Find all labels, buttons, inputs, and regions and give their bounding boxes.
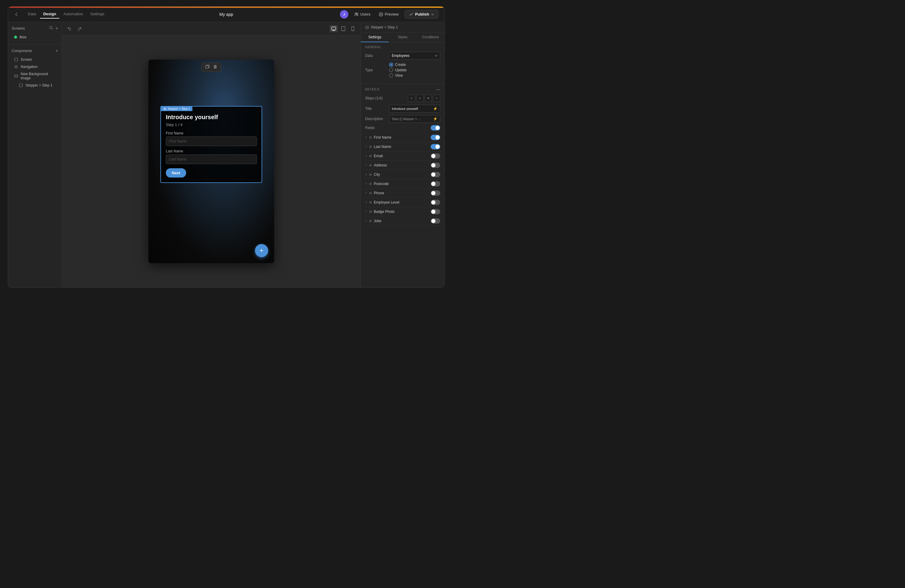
description-label: Description bbox=[365, 117, 389, 121]
canvas-action-toolbar bbox=[202, 63, 221, 72]
undo-button[interactable] bbox=[65, 25, 73, 32]
panel-breadcrumb: Stepper > Step 1 bbox=[361, 22, 445, 33]
type-view-radio[interactable] bbox=[389, 73, 393, 78]
field-toggle-badge-photo[interactable] bbox=[431, 209, 440, 215]
type-update-option[interactable]: Update bbox=[389, 68, 440, 72]
screens-search-icon[interactable] bbox=[49, 26, 53, 31]
tab-data[interactable]: Data bbox=[25, 10, 39, 19]
tab-panel-styles[interactable]: Styles bbox=[389, 33, 417, 42]
tab-settings[interactable]: Settings bbox=[87, 10, 108, 19]
users-button[interactable]: Users bbox=[352, 11, 373, 17]
field-toggle-employee-level[interactable] bbox=[431, 200, 440, 205]
field-drag-jobs[interactable]: ⠿ bbox=[365, 219, 367, 223]
back-button[interactable] bbox=[14, 12, 19, 17]
fab-plus-icon: + bbox=[260, 247, 264, 254]
type-create-radio[interactable] bbox=[389, 63, 393, 67]
field-drag-lastname[interactable]: ⠿ bbox=[365, 145, 367, 148]
comp-navigation-label: Navigation bbox=[21, 65, 38, 69]
screens-title: Screens bbox=[12, 26, 25, 30]
field-drag-badge-photo[interactable]: ⠿ bbox=[365, 210, 367, 213]
fab-add-button[interactable]: + bbox=[255, 244, 268, 257]
components-add-icon[interactable]: + bbox=[56, 48, 58, 54]
field-gear-address[interactable]: ⚙ bbox=[369, 164, 372, 167]
step-prev-btn[interactable] bbox=[408, 95, 415, 102]
step-next-btn[interactable] bbox=[416, 95, 424, 102]
screens-header: Screens + bbox=[12, 26, 58, 31]
svg-rect-15 bbox=[206, 65, 208, 68]
next-button[interactable]: Next bbox=[166, 168, 186, 178]
type-view-option[interactable]: View bbox=[389, 73, 440, 78]
type-create-option[interactable]: Create bbox=[389, 63, 440, 67]
field-drag-city[interactable]: ⠿ bbox=[365, 173, 367, 176]
field-gear-postcode[interactable]: ⚙ bbox=[369, 182, 372, 186]
title-flash-icon[interactable]: ⚡ bbox=[433, 106, 438, 111]
delete-canvas-icon[interactable] bbox=[212, 64, 219, 70]
tab-automation[interactable]: Automation bbox=[60, 10, 86, 19]
stepper-comp-icon bbox=[19, 83, 23, 87]
data-dropdown-chevron bbox=[435, 54, 438, 57]
steps-row: Steps (1/4) bbox=[365, 95, 440, 102]
redo-button[interactable] bbox=[76, 25, 84, 32]
mobile-view-btn[interactable] bbox=[349, 25, 357, 32]
type-update-radio[interactable] bbox=[389, 68, 393, 72]
step-reorder-btn[interactable] bbox=[433, 95, 440, 102]
field-gear-employee-level[interactable]: ⚙ bbox=[369, 200, 372, 205]
screen-item-boo[interactable]: /boo bbox=[12, 33, 58, 41]
first-name-input[interactable]: First Name bbox=[166, 137, 257, 146]
comp-navigation[interactable]: Navigation bbox=[12, 63, 58, 70]
tablet-view-btn[interactable] bbox=[339, 25, 348, 32]
details-collapse-btn[interactable]: — bbox=[436, 87, 440, 92]
preview-button[interactable]: Preview bbox=[376, 11, 401, 17]
field-gear-firstname[interactable]: ⚙ bbox=[369, 136, 372, 140]
field-drag-address[interactable]: ⠿ bbox=[365, 164, 367, 167]
field-gear-jobs[interactable]: ⚙ bbox=[369, 219, 372, 223]
field-gear-lastname[interactable]: ⚙ bbox=[369, 145, 372, 149]
tab-panel-settings[interactable]: Settings bbox=[361, 33, 389, 42]
stepper-component[interactable]: Stepper > Step 1 Introduce yourself Step… bbox=[160, 106, 262, 183]
panel-tabs: Settings Styles Conditions bbox=[361, 33, 445, 43]
title-input[interactable]: Introduce yourself ⚡ bbox=[389, 105, 440, 113]
fields-toggle[interactable] bbox=[431, 125, 440, 130]
field-toggle-lastname[interactable] bbox=[431, 144, 440, 149]
field-drag-phone[interactable]: ⠿ bbox=[365, 192, 367, 195]
field-toggle-firstname[interactable] bbox=[431, 135, 440, 140]
screens-add-icon[interactable]: + bbox=[56, 26, 58, 31]
field-toggle-phone[interactable] bbox=[431, 191, 440, 196]
comp-bg-image[interactable]: New Background Image bbox=[12, 70, 58, 82]
field-drag-firstname[interactable]: ⠿ bbox=[365, 136, 367, 139]
field-drag-employee-level[interactable]: ⠿ bbox=[365, 201, 367, 204]
last-name-input[interactable]: Last Name bbox=[166, 154, 257, 164]
step-delete-btn[interactable] bbox=[425, 95, 432, 102]
field-toggle-address[interactable] bbox=[431, 162, 440, 168]
field-drag-postcode[interactable]: ⠿ bbox=[365, 182, 367, 186]
svg-point-7 bbox=[16, 67, 17, 67]
field-toggle-postcode[interactable] bbox=[431, 181, 440, 186]
data-dropdown[interactable]: Employees bbox=[389, 52, 440, 60]
comp-screen[interactable]: Screen bbox=[12, 56, 58, 63]
field-gear-badge-photo[interactable]: ⚙ bbox=[369, 210, 372, 214]
publish-chevron-icon bbox=[431, 13, 434, 16]
comp-stepper[interactable]: Stepper > Step 1 bbox=[12, 82, 58, 89]
duplicate-canvas-icon[interactable] bbox=[204, 64, 211, 70]
comp-bg-image-label: New Background Image bbox=[21, 72, 56, 80]
field-toggle-email[interactable] bbox=[431, 153, 440, 159]
publish-button[interactable]: Publish bbox=[405, 10, 438, 19]
steps-label: Steps (1/4) bbox=[365, 96, 383, 100]
user-avatar[interactable]: J bbox=[340, 10, 348, 19]
desktop-view-btn[interactable] bbox=[330, 25, 338, 32]
header: Data Design Automation Settings My app J… bbox=[8, 6, 445, 22]
general-section-title: GENERAL bbox=[365, 46, 440, 49]
description-input[interactable]: Step {{ Stepper > ... ⚡ bbox=[389, 115, 440, 123]
field-gear-city[interactable]: ⚙ bbox=[369, 173, 372, 176]
tab-design[interactable]: Design bbox=[40, 10, 59, 19]
description-flash-icon[interactable]: ⚡ bbox=[433, 117, 438, 121]
field-gear-phone[interactable]: ⚙ bbox=[369, 191, 372, 195]
fields-list: ⠿ ⚙ First Name ⠿ ⚙ Last Name ⠿ ⚙ bbox=[365, 133, 440, 226]
svg-point-14 bbox=[352, 30, 353, 30]
publish-icon bbox=[409, 12, 413, 16]
field-toggle-jobs[interactable] bbox=[431, 218, 440, 224]
tab-panel-conditions[interactable]: Conditions bbox=[417, 33, 445, 42]
field-gear-email[interactable]: ⚙ bbox=[369, 154, 372, 158]
field-drag-email[interactable]: ⠿ bbox=[365, 154, 367, 158]
field-toggle-city[interactable] bbox=[431, 172, 440, 177]
